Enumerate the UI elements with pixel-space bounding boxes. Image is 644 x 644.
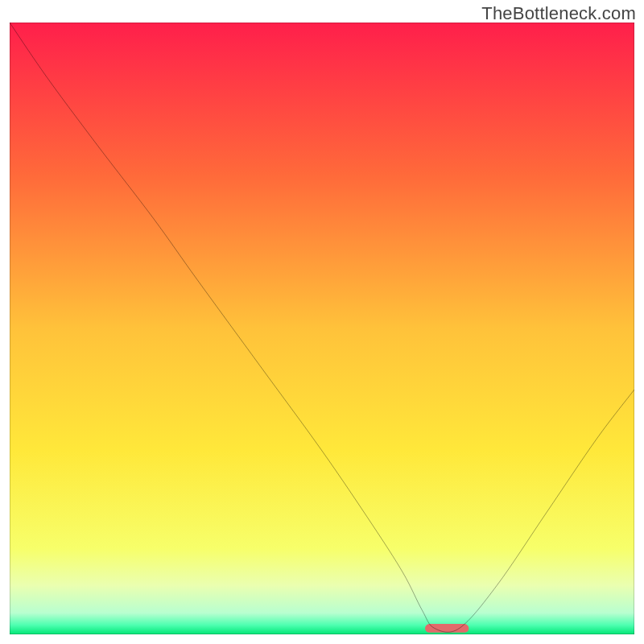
gradient-backdrop	[10, 23, 634, 634]
bottleneck-plot	[10, 23, 634, 634]
chart-container: TheBottleneck.com	[0, 0, 644, 644]
watermark-label: TheBottleneck.com	[481, 3, 636, 24]
optimum-marker	[425, 624, 469, 633]
plot-svg	[10, 23, 634, 634]
